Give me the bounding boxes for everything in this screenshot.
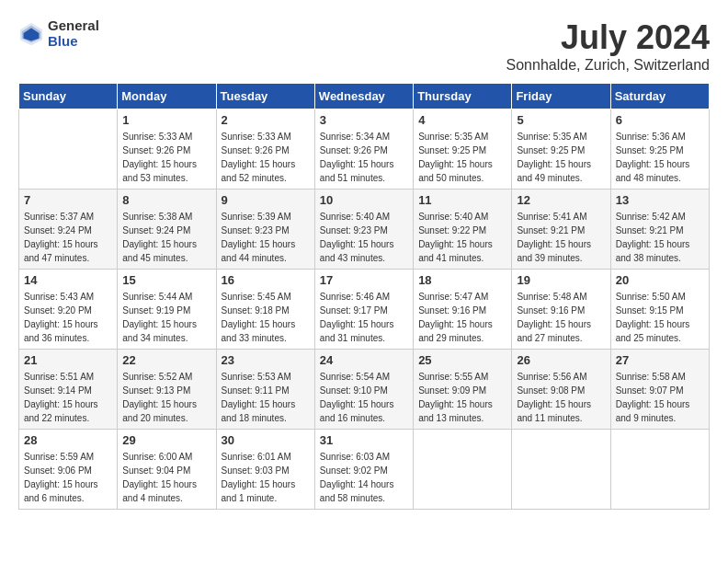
calendar-table: SundayMondayTuesdayWednesdayThursdayFrid… bbox=[18, 83, 710, 510]
month-title: July 2024 bbox=[506, 18, 710, 57]
calendar-cell: 1Sunrise: 5:33 AMSunset: 9:26 PMDaylight… bbox=[118, 109, 216, 190]
calendar-cell: 14Sunrise: 5:43 AMSunset: 9:20 PMDayligh… bbox=[19, 270, 118, 350]
calendar-cell: 24Sunrise: 5:54 AMSunset: 9:10 PMDayligh… bbox=[314, 350, 413, 430]
cell-info: Sunrise: 5:36 AMSunset: 9:25 PMDaylight:… bbox=[616, 130, 704, 185]
calendar-cell: 5Sunrise: 5:35 AMSunset: 9:25 PMDaylight… bbox=[512, 109, 610, 190]
calendar-cell bbox=[19, 109, 118, 190]
cell-info: Sunrise: 5:34 AMSunset: 9:26 PMDaylight:… bbox=[320, 130, 408, 185]
calendar-cell: 26Sunrise: 5:56 AMSunset: 9:08 PMDayligh… bbox=[512, 350, 610, 430]
cell-info: Sunrise: 5:42 AMSunset: 9:21 PMDaylight:… bbox=[616, 210, 704, 265]
title-area: July 2024 Sonnhalde, Zurich, Switzerland bbox=[506, 18, 710, 74]
weekday-header-sunday: Sunday bbox=[19, 84, 118, 109]
day-number: 7 bbox=[24, 193, 112, 207]
day-number: 6 bbox=[616, 113, 704, 127]
day-number: 28 bbox=[24, 433, 112, 447]
logo-text: General Blue bbox=[48, 18, 99, 49]
cell-info: Sunrise: 6:00 AMSunset: 9:04 PMDaylight:… bbox=[122, 450, 210, 505]
calendar-cell: 2Sunrise: 5:33 AMSunset: 9:26 PMDaylight… bbox=[216, 109, 314, 190]
day-number: 12 bbox=[517, 193, 605, 207]
weekday-header-wednesday: Wednesday bbox=[314, 84, 413, 109]
cell-info: Sunrise: 5:56 AMSunset: 9:08 PMDaylight:… bbox=[517, 370, 605, 425]
day-number: 13 bbox=[616, 193, 704, 207]
day-number: 21 bbox=[24, 353, 112, 367]
cell-info: Sunrise: 6:03 AMSunset: 9:02 PMDaylight:… bbox=[320, 450, 408, 505]
day-number: 26 bbox=[517, 353, 605, 367]
day-number: 1 bbox=[122, 113, 210, 127]
cell-info: Sunrise: 5:37 AMSunset: 9:24 PMDaylight:… bbox=[24, 210, 112, 265]
logo-blue-text: Blue bbox=[48, 34, 99, 50]
calendar-cell: 3Sunrise: 5:34 AMSunset: 9:26 PMDaylight… bbox=[314, 109, 413, 190]
weekday-header-row: SundayMondayTuesdayWednesdayThursdayFrid… bbox=[19, 84, 710, 109]
calendar-cell: 13Sunrise: 5:42 AMSunset: 9:21 PMDayligh… bbox=[610, 190, 709, 270]
week-row-3: 14Sunrise: 5:43 AMSunset: 9:20 PMDayligh… bbox=[19, 270, 710, 350]
day-number: 19 bbox=[517, 273, 605, 287]
logo-icon bbox=[18, 21, 44, 47]
calendar-cell bbox=[512, 430, 610, 510]
calendar-cell: 12Sunrise: 5:41 AMSunset: 9:21 PMDayligh… bbox=[512, 190, 610, 270]
day-number: 16 bbox=[222, 273, 310, 287]
location-title: Sonnhalde, Zurich, Switzerland bbox=[506, 57, 710, 74]
weekday-header-tuesday: Tuesday bbox=[216, 84, 314, 109]
day-number: 24 bbox=[320, 353, 408, 367]
day-number: 5 bbox=[517, 113, 605, 127]
cell-info: Sunrise: 5:59 AMSunset: 9:06 PMDaylight:… bbox=[24, 450, 112, 505]
cell-info: Sunrise: 5:46 AMSunset: 9:17 PMDaylight:… bbox=[320, 290, 408, 345]
cell-info: Sunrise: 5:45 AMSunset: 9:18 PMDaylight:… bbox=[222, 290, 310, 345]
calendar-cell: 9Sunrise: 5:39 AMSunset: 9:23 PMDaylight… bbox=[216, 190, 314, 270]
calendar-cell: 15Sunrise: 5:44 AMSunset: 9:19 PMDayligh… bbox=[118, 270, 216, 350]
weekday-header-saturday: Saturday bbox=[610, 84, 709, 109]
calendar-cell: 27Sunrise: 5:58 AMSunset: 9:07 PMDayligh… bbox=[610, 350, 709, 430]
day-number: 29 bbox=[122, 433, 210, 447]
day-number: 2 bbox=[222, 113, 310, 127]
cell-info: Sunrise: 5:47 AMSunset: 9:16 PMDaylight:… bbox=[418, 290, 506, 345]
calendar-cell: 17Sunrise: 5:46 AMSunset: 9:17 PMDayligh… bbox=[314, 270, 413, 350]
week-row-1: 1Sunrise: 5:33 AMSunset: 9:26 PMDaylight… bbox=[19, 109, 710, 190]
calendar-cell: 4Sunrise: 5:35 AMSunset: 9:25 PMDaylight… bbox=[414, 109, 512, 190]
calendar-cell: 8Sunrise: 5:38 AMSunset: 9:24 PMDaylight… bbox=[118, 190, 216, 270]
day-number: 18 bbox=[418, 273, 506, 287]
calendar-cell: 19Sunrise: 5:48 AMSunset: 9:16 PMDayligh… bbox=[512, 270, 610, 350]
cell-info: Sunrise: 5:40 AMSunset: 9:23 PMDaylight:… bbox=[320, 210, 408, 265]
day-number: 8 bbox=[122, 193, 210, 207]
week-row-4: 21Sunrise: 5:51 AMSunset: 9:14 PMDayligh… bbox=[19, 350, 710, 430]
calendar-cell: 16Sunrise: 5:45 AMSunset: 9:18 PMDayligh… bbox=[216, 270, 314, 350]
day-number: 3 bbox=[320, 113, 408, 127]
day-number: 14 bbox=[24, 273, 112, 287]
cell-info: Sunrise: 5:38 AMSunset: 9:24 PMDaylight:… bbox=[122, 210, 210, 265]
weekday-header-monday: Monday bbox=[118, 84, 216, 109]
day-number: 22 bbox=[122, 353, 210, 367]
logo: General Blue bbox=[18, 18, 99, 49]
calendar-cell: 18Sunrise: 5:47 AMSunset: 9:16 PMDayligh… bbox=[414, 270, 512, 350]
cell-info: Sunrise: 5:53 AMSunset: 9:11 PMDaylight:… bbox=[222, 370, 310, 425]
cell-info: Sunrise: 5:39 AMSunset: 9:23 PMDaylight:… bbox=[222, 210, 310, 265]
cell-info: Sunrise: 5:44 AMSunset: 9:19 PMDaylight:… bbox=[122, 290, 210, 345]
calendar-cell: 6Sunrise: 5:36 AMSunset: 9:25 PMDaylight… bbox=[610, 109, 709, 190]
day-number: 31 bbox=[320, 433, 408, 447]
day-number: 20 bbox=[616, 273, 704, 287]
cell-info: Sunrise: 5:58 AMSunset: 9:07 PMDaylight:… bbox=[616, 370, 704, 425]
cell-info: Sunrise: 5:33 AMSunset: 9:26 PMDaylight:… bbox=[122, 130, 210, 185]
cell-info: Sunrise: 5:48 AMSunset: 9:16 PMDaylight:… bbox=[517, 290, 605, 345]
day-number: 10 bbox=[320, 193, 408, 207]
calendar-cell: 30Sunrise: 6:01 AMSunset: 9:03 PMDayligh… bbox=[216, 430, 314, 510]
day-number: 15 bbox=[122, 273, 210, 287]
week-row-5: 28Sunrise: 5:59 AMSunset: 9:06 PMDayligh… bbox=[19, 430, 710, 510]
calendar-cell: 29Sunrise: 6:00 AMSunset: 9:04 PMDayligh… bbox=[118, 430, 216, 510]
cell-info: Sunrise: 5:35 AMSunset: 9:25 PMDaylight:… bbox=[418, 130, 506, 185]
cell-info: Sunrise: 5:52 AMSunset: 9:13 PMDaylight:… bbox=[122, 370, 210, 425]
week-row-2: 7Sunrise: 5:37 AMSunset: 9:24 PMDaylight… bbox=[19, 190, 710, 270]
cell-info: Sunrise: 5:43 AMSunset: 9:20 PMDaylight:… bbox=[24, 290, 112, 345]
cell-info: Sunrise: 5:35 AMSunset: 9:25 PMDaylight:… bbox=[517, 130, 605, 185]
weekday-header-thursday: Thursday bbox=[414, 84, 512, 109]
calendar-cell: 25Sunrise: 5:55 AMSunset: 9:09 PMDayligh… bbox=[414, 350, 512, 430]
day-number: 25 bbox=[418, 353, 506, 367]
day-number: 30 bbox=[222, 433, 310, 447]
calendar-cell bbox=[414, 430, 512, 510]
day-number: 4 bbox=[418, 113, 506, 127]
cell-info: Sunrise: 5:54 AMSunset: 9:10 PMDaylight:… bbox=[320, 370, 408, 425]
calendar-cell: 31Sunrise: 6:03 AMSunset: 9:02 PMDayligh… bbox=[314, 430, 413, 510]
cell-info: Sunrise: 5:40 AMSunset: 9:22 PMDaylight:… bbox=[418, 210, 506, 265]
day-number: 9 bbox=[222, 193, 310, 207]
weekday-header-friday: Friday bbox=[512, 84, 610, 109]
day-number: 17 bbox=[320, 273, 408, 287]
